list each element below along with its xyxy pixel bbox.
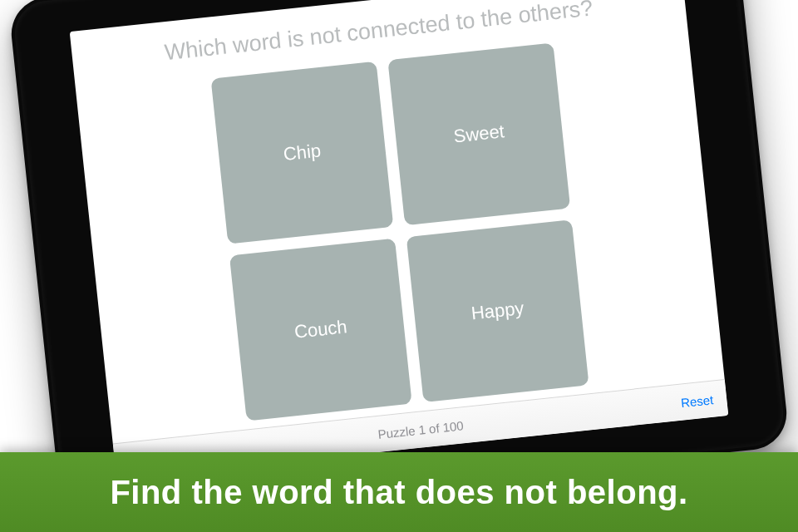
promo-stage: 8.0 MEGAPIXEL 3.0 FRONT Which word is no… [0,0,798,532]
tablet-device: 8.0 MEGAPIXEL 3.0 FRONT Which word is no… [7,0,790,522]
answer-tile[interactable]: Chip [210,61,393,244]
answer-tile[interactable]: Sweet [387,42,570,225]
answer-tile[interactable]: Happy [406,219,589,402]
app-screen: Which word is not connected to the other… [70,0,729,480]
tablet-bezel: 8.0 MEGAPIXEL 3.0 FRONT Which word is no… [7,0,790,522]
reset-button[interactable]: Reset [680,392,714,409]
answer-grid: Chip Sweet Couch Happy [74,11,724,443]
promo-caption: Find the word that does not belong. [0,452,798,532]
answer-tile[interactable]: Couch [229,238,412,421]
puzzle-progress: Puzzle 1 of 100 [377,418,465,441]
